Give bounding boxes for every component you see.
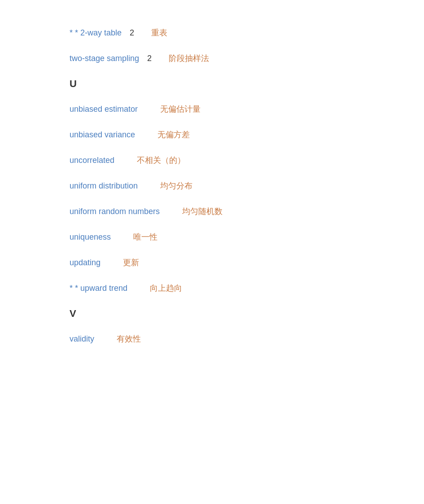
term-validity: validity: [70, 334, 94, 343]
term-uniqueness: uniqueness: [70, 232, 111, 241]
section-header-section-u: U: [70, 78, 424, 90]
entry-unbiased-variance: unbiased variance 无偏方差: [70, 129, 424, 141]
entry-uniform-random-numbers: uniform random numbers 均匀随机数: [70, 206, 424, 218]
translation-updating: 更新: [114, 258, 139, 267]
number-two-way-table: 2: [125, 28, 134, 37]
translation-upward-trend: 向上趋向: [141, 284, 182, 293]
term-updating: updating: [70, 258, 101, 267]
number-two-stage-sampling: 2: [143, 54, 152, 63]
entry-uncorrelated: uncorrelated 不相关（的）: [70, 154, 424, 167]
translation-validity: 有效性: [108, 334, 141, 343]
translation-two-stage-sampling: 阶段抽样法: [169, 54, 209, 63]
term-two-stage-sampling: two-stage sampling: [70, 54, 139, 63]
term-two-way-table: * 2-way table: [70, 28, 122, 37]
entry-updating: updating 更新: [70, 257, 424, 269]
translation-two-way-table: 重表: [151, 28, 167, 37]
entry-unbiased-estimator: unbiased estimator 无偏估计量: [70, 103, 424, 115]
translation-uniform-random-numbers: 均匀随机数: [173, 207, 223, 216]
entry-upward-trend: * upward trend 向上趋向: [70, 282, 424, 294]
term-uncorrelated: uncorrelated: [70, 156, 114, 165]
entry-two-way-table: * 2-way table 2重表: [70, 27, 424, 39]
translation-uniform-distribution: 均匀分布: [151, 181, 192, 190]
translation-uniqueness: 唯一性: [124, 232, 157, 241]
term-uniform-distribution: uniform distribution: [70, 181, 138, 190]
translation-uncorrelated: 不相关（的）: [128, 156, 185, 165]
entry-uniqueness: uniqueness 唯一性: [70, 231, 424, 243]
section-header-section-v: V: [70, 308, 424, 320]
translation-unbiased-variance: 无偏方差: [149, 130, 190, 139]
entry-two-stage-sampling: two-stage sampling 2阶段抽样法: [70, 53, 424, 65]
term-upward-trend: * upward trend: [70, 284, 127, 293]
term-unbiased-estimator: unbiased estimator: [70, 105, 138, 114]
entry-validity: validity 有效性: [70, 333, 424, 345]
entry-uniform-distribution: uniform distribution 均匀分布: [70, 180, 424, 192]
term-uniform-random-numbers: uniform random numbers: [70, 207, 160, 216]
translation-unbiased-estimator: 无偏估计量: [151, 105, 201, 114]
term-unbiased-variance: unbiased variance: [70, 130, 135, 139]
